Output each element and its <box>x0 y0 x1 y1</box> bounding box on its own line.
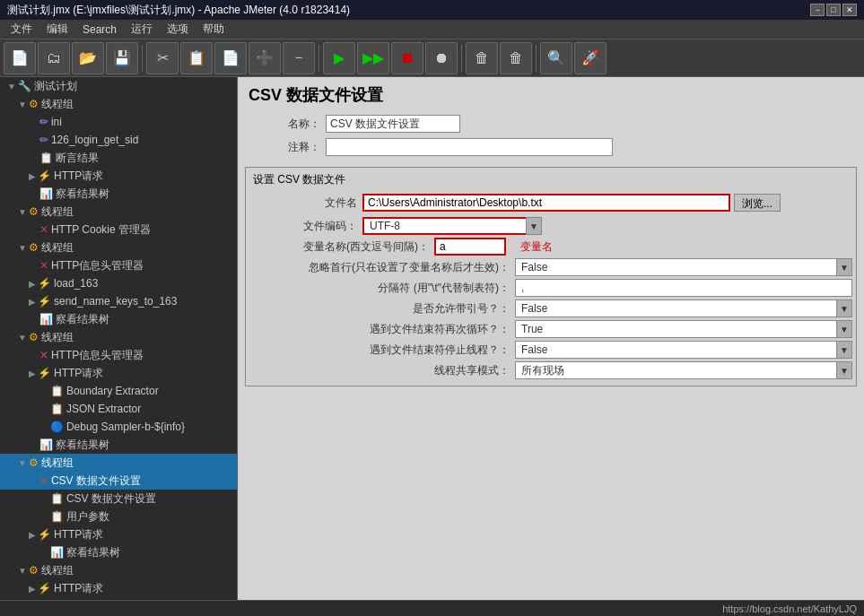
sidebar-item-view-result-4[interactable]: ▼ 📊 察看结果树 <box>0 543 237 561</box>
comment-input[interactable] <box>326 138 613 156</box>
toolbar-open[interactable]: 📂 <box>72 42 104 74</box>
sidebar-item-http-request-1[interactable]: ▶ ⚡ HTTP请求 <box>0 167 237 185</box>
sidebar-item-http-request-2[interactable]: ▶ ⚡ HTTP请求 <box>0 364 237 382</box>
toolbar-templates[interactable]: 🗂 <box>38 42 70 74</box>
toolbar-stop[interactable]: ⏹ <box>391 42 423 74</box>
extractor-icon: 📋 <box>50 385 64 397</box>
csv-icon: ✕ <box>39 474 48 487</box>
http-icon: ⚡ <box>38 367 51 379</box>
sharing-mode-dropdown-arrow[interactable]: ▼ <box>836 361 852 379</box>
allow-quoted-dropdown-arrow[interactable]: ▼ <box>836 299 852 317</box>
toolbar-search[interactable]: 🔍 <box>540 42 572 74</box>
sidebar-item-thread-group-5[interactable]: ▼ ⚙ 线程组 <box>0 454 237 472</box>
toolbar-paste[interactable]: 📄 <box>214 42 247 74</box>
sidebar-item-ini[interactable]: ▼ ✏ ini <box>0 113 237 131</box>
thread-group-icon: ⚙ <box>29 205 39 218</box>
result-icon: 📊 <box>39 313 53 325</box>
sidebar-item-view-result-2[interactable]: ▼ 📊 察看结果树 <box>0 310 237 328</box>
result-icon: 📊 <box>39 438 53 451</box>
sidebar-item-label: HTTP信息头管理器 <box>51 348 144 363</box>
sidebar-item-http-request-3[interactable]: ▶ ⚡ HTTP请求 <box>0 525 237 543</box>
sidebar-item-http-request-4[interactable]: ▶ ⚡ HTTP请求 <box>0 579 237 597</box>
toolbar-shutdown[interactable]: ⏺ <box>425 42 458 74</box>
thread-group-icon: ⚙ <box>29 98 39 110</box>
sidebar-item-label: 线程组 <box>41 330 74 345</box>
sidebar-item-thread-group-3[interactable]: ▼ ⚙ 线程组 <box>0 239 237 256</box>
sidebar-item-http-header-2[interactable]: ▼ ✕ HTTP信息头管理器 <box>0 346 237 364</box>
arrow-icon: ▼ <box>18 333 27 343</box>
sidebar-item-label: HTTP Cookie 管理器 <box>51 222 151 238</box>
sidebar-item-thread-group-1[interactable]: ▼ ⚙ 线程组 <box>0 95 237 113</box>
ignore-first-label: 忽略首行(只在设置了变量名称后才生效)： <box>249 260 510 275</box>
sidebar-item-user-params[interactable]: ▼ 📋 用户参数 <box>0 508 237 525</box>
sidebar-item-thread-group-2[interactable]: ▼ ⚙ 线程组 <box>0 203 237 221</box>
sidebar-item-csv-data-set-2[interactable]: ▼ 📋 CSV 数据文件设置 <box>0 490 237 508</box>
title-bar: 测试计划.jmx (E:\jmxfiles\测试计划.jmx) - Apache… <box>0 0 864 20</box>
sidebar-item-view-result-1[interactable]: ▼ 📊 察看结果树 <box>0 185 237 203</box>
sidebar-item-load-163[interactable]: ▶ ⚡ load_163 <box>0 274 237 292</box>
http-icon: ⚡ <box>38 295 51 308</box>
menu-run[interactable]: 运行 <box>124 20 160 39</box>
ignore-first-value: False <box>515 258 836 276</box>
ignore-first-dropdown-arrow[interactable]: ▼ <box>836 258 852 276</box>
sidebar-item-csv-data-set[interactable]: ▼ ✕ CSV 数据文件设置 <box>0 472 237 490</box>
delimiter-value: , <box>515 279 852 297</box>
menu-options[interactable]: 选项 <box>160 20 196 39</box>
sidebar-item-thread-group-4[interactable]: ▼ ⚙ 线程组 <box>0 328 237 346</box>
sidebar-item-thread-group-6[interactable]: ▼ ⚙ 线程组 <box>0 561 237 579</box>
sidebar-item-label: 察看结果树 <box>56 312 109 327</box>
maximize-button[interactable]: □ <box>826 4 841 16</box>
toolbar-remove[interactable]: － <box>283 42 315 74</box>
thread-group-icon: ⚙ <box>29 564 39 577</box>
arrow-icon: ▼ <box>18 458 27 468</box>
toolbar-clear-all[interactable]: 🗑 <box>500 42 532 74</box>
toolbar-sep-2 <box>319 45 319 72</box>
menu-help[interactable]: 帮助 <box>196 20 231 39</box>
filename-input[interactable] <box>362 194 730 212</box>
recycle-eof-dropdown-arrow[interactable]: ▼ <box>836 320 852 338</box>
arrow-icon: ▼ <box>7 82 16 91</box>
menu-search[interactable]: Search <box>75 22 124 38</box>
toolbar-add[interactable]: ➕ <box>249 42 281 74</box>
name-input[interactable] <box>326 115 460 133</box>
toolbar-run-all[interactable]: ▶ <box>323 42 355 74</box>
sidebar-item-label: HTTP请求 <box>54 169 103 184</box>
http-icon: ⚡ <box>38 277 51 290</box>
toolbar-clear[interactable]: 🗑 <box>466 42 498 74</box>
toolbar-copy[interactable]: 📋 <box>180 42 213 74</box>
toolbar-new[interactable]: 📄 <box>4 42 36 74</box>
user-params-icon: 📋 <box>50 510 64 523</box>
sidebar-item-view-result-3[interactable]: ▼ 📊 察看结果树 <box>0 436 237 454</box>
variable-input[interactable] <box>434 238 506 256</box>
sidebar-item-test-plan[interactable]: ▼ 🔧 测试计划 <box>0 77 237 95</box>
toolbar-save[interactable]: 💾 <box>106 42 138 74</box>
menu-edit[interactable]: 编辑 <box>39 20 75 39</box>
stop-eof-dropdown-arrow[interactable]: ▼ <box>836 341 852 359</box>
browse-button[interactable]: 浏览... <box>734 194 781 212</box>
window-controls[interactable]: － □ ✕ <box>810 4 857 16</box>
sidebar-item-json-extractor[interactable]: ▼ 📋 JSON Extractor <box>0 400 237 418</box>
sidebar-item-label: HTTP请求 <box>54 581 103 596</box>
menu-file[interactable]: 文件 <box>4 20 39 39</box>
allow-quoted-value: False <box>515 299 836 317</box>
toolbar-cut[interactable]: ✂ <box>146 42 179 74</box>
sidebar-item-assert-result[interactable]: ▼ 📋 断言结果 <box>0 149 237 167</box>
toolbar-remote-start[interactable]: 🚀 <box>574 42 607 74</box>
arrow-icon: ▼ <box>18 100 27 109</box>
minimize-button[interactable]: － <box>810 4 825 16</box>
sidebar-item-http-header-1[interactable]: ▼ ✕ HTTP信息头管理器 <box>0 256 237 274</box>
toolbar-start-no-pause[interactable]: ▶▶ <box>357 42 389 74</box>
header-icon: ✕ <box>39 349 48 361</box>
sidebar-item-send-name-keys[interactable]: ▶ ⚡ send_name_keys_to_163 <box>0 292 237 310</box>
assert-icon: 📋 <box>39 152 53 164</box>
encoding-dropdown-arrow[interactable]: ▼ <box>526 217 542 235</box>
sidebar-item-label: 线程组 <box>41 204 74 220</box>
sidebar-item-label: 线程组 <box>41 97 74 112</box>
sidebar-item-view-result-5[interactable]: ▼ 📊 察看结果树 <box>0 597 237 600</box>
sidebar-item-http-cookie[interactable]: ▼ ✕ HTTP Cookie 管理器 <box>0 221 237 239</box>
close-button[interactable]: ✕ <box>842 4 857 16</box>
sidebar-item-debug-sampler[interactable]: ▼ 🔵 Debug Sampler-b-${info} <box>0 418 237 436</box>
http-icon: ⚡ <box>38 528 51 541</box>
sidebar-item-boundary-extractor[interactable]: ▼ 📋 Boundary Extractor <box>0 382 237 400</box>
sidebar-item-login-get-sid[interactable]: ▼ ✏ 126_login_get_sid <box>0 131 237 149</box>
